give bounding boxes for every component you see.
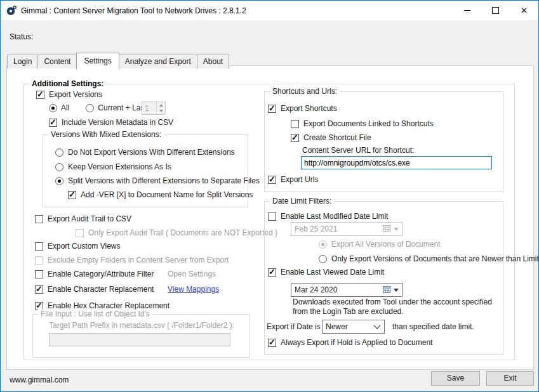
category-attribute-filter-label: Enable Category/Attribute Filter	[48, 270, 154, 278]
than-specified-label: than specified date limit.	[392, 322, 474, 331]
spinner-up-button[interactable]	[157, 102, 165, 108]
date-limit-filters-title: Date Limit Filters:	[270, 197, 334, 206]
close-button[interactable]: ✕	[510, 1, 538, 20]
export-documents-linked-checkbox[interactable]	[291, 120, 299, 128]
tab-settings[interactable]: Settings	[76, 53, 119, 69]
calendar-icon	[383, 286, 391, 294]
save-button[interactable]: Save	[431, 371, 480, 386]
mixed-extensions-title: Versions With Mixed Extensions:	[48, 130, 164, 139]
last-viewed-date-picker[interactable]: Mar 24 2020	[291, 283, 403, 297]
maximize-button[interactable]	[481, 1, 510, 20]
export-shortcuts-label: Export Shortcuts	[281, 104, 337, 113]
export-all-versions-radio	[319, 240, 327, 249]
export-audit-trail-label: Export Audit Trail to CSV	[48, 214, 131, 223]
exclude-empty-folders-label: Exclude Empty Folders in Content Server …	[48, 256, 229, 265]
only-newer-versions-label: Only Export Versions of Documents that a…	[331, 254, 539, 263]
file-input-title: File Input : Use list of Object Id's	[38, 310, 152, 318]
dropdown-arrow-icon	[394, 228, 399, 231]
export-custom-views-label: Export Custom Views	[48, 242, 121, 251]
enable-last-viewed-checkbox[interactable]	[268, 268, 276, 277]
enable-last-viewed-label: Enable Last Viewed Date Limit	[281, 268, 384, 277]
do-not-export-radio[interactable]	[55, 148, 63, 157]
tab-content[interactable]: Content	[37, 55, 77, 69]
content-server-url-label: Content Server URL for Shortcut:	[302, 146, 414, 155]
version-count-value: 1	[142, 102, 156, 114]
always-export-hold-checkbox[interactable]	[268, 339, 276, 347]
gimmal-logo-icon	[6, 5, 17, 16]
status-label: Status:	[10, 32, 33, 41]
downloads-note-line1: Downloads executed from Tool under the a…	[293, 297, 492, 306]
include-version-metadata-checkbox[interactable]	[49, 119, 57, 127]
enable-last-modified-checkbox[interactable]	[268, 212, 276, 221]
open-settings-link: Open Settings	[168, 270, 216, 278]
export-shortcuts-checkbox[interactable]	[268, 105, 276, 113]
minimize-icon	[464, 10, 470, 11]
tab-login[interactable]: Login	[7, 55, 38, 69]
maximize-icon	[492, 7, 499, 14]
split-versions-label: Split Versions with Different Extensions…	[68, 176, 260, 185]
calendar-icon	[383, 225, 391, 233]
only-export-audit-label: Only Export Audit Trail ( Documents are …	[88, 228, 277, 237]
export-versions-label: Export Versions	[49, 90, 102, 99]
split-versions-radio[interactable]	[55, 177, 63, 185]
content-server-url-input[interactable]	[301, 156, 492, 169]
version-count-spinner: 1	[142, 101, 166, 115]
create-shortcut-file-label: Create Shortcut File	[303, 133, 371, 142]
enable-last-modified-label: Enable Last Modified Date Limit	[281, 212, 388, 221]
downloads-note-line2: from the Login Tab are excluded.	[293, 307, 404, 316]
view-mappings-link[interactable]: View Mappings	[168, 285, 219, 294]
shortcuts-and-urls-title: Shortcuts and Urls:	[270, 87, 340, 96]
up-arrow-icon	[159, 104, 163, 107]
add-ver-checkbox[interactable]	[68, 191, 76, 199]
keep-extensions-label: Keep Version Extensions As Is	[68, 162, 171, 171]
add-ver-label: Add -VER [X] to Document Name for Split …	[81, 190, 253, 199]
export-urls-checkbox[interactable]	[268, 176, 276, 184]
spinner-down-button[interactable]	[157, 108, 165, 115]
tab-analyze-and-export[interactable]: Analyze and Export	[119, 55, 197, 69]
always-export-hold-label: Always Export if Hold is Applied to Docu…	[281, 338, 432, 347]
export-all-versions-label: Export All Versions of Document	[331, 240, 440, 249]
dropdown-arrow-icon	[394, 289, 399, 292]
keep-extensions-radio[interactable]	[55, 163, 63, 171]
versions-all-label: All	[61, 103, 69, 112]
website-label: www.gimmal.com	[10, 376, 69, 384]
export-custom-views-checkbox[interactable]	[35, 242, 43, 251]
hex-character-replacement-checkbox[interactable]	[35, 302, 43, 310]
current-plus-last-label: Current + Last	[98, 103, 146, 112]
app-window: Gimmal : Content Server Migration Tool t…	[0, 0, 539, 392]
target-path-prefix-input	[49, 333, 230, 346]
date-comparison-select[interactable]: Newer	[322, 320, 385, 334]
do-not-export-label: Do Not Export Versions With Different Ex…	[68, 148, 235, 157]
target-path-prefix-label: Target Path Prefix in metadata.csv ( /Fo…	[49, 321, 234, 330]
chevron-down-icon	[373, 322, 380, 329]
exit-button[interactable]: Exit	[486, 371, 534, 386]
character-replacement-checkbox[interactable]	[35, 285, 43, 294]
last-modified-date-picker: Feb 25 2021	[291, 222, 403, 236]
close-icon: ✕	[521, 6, 528, 15]
hex-character-replacement-label: Enable Hex Character Replacement	[48, 301, 170, 310]
export-versions-checkbox[interactable]	[36, 91, 44, 99]
last-viewed-date-value: Mar 24 2020	[295, 285, 383, 294]
export-documents-linked-label: Export Documents Linked to Shortcuts	[303, 119, 434, 128]
titlebar: Gimmal : Content Server Migration Tool t…	[1, 1, 538, 20]
export-urls-label: Export Urls	[281, 175, 318, 184]
versions-all-radio[interactable]	[49, 104, 57, 112]
create-shortcut-file-checkbox[interactable]	[291, 134, 299, 142]
tab-about[interactable]: About	[197, 55, 229, 69]
tab-strip: Login Content Settings Analyze and Expor…	[7, 53, 229, 69]
current-plus-last-radio[interactable]	[86, 104, 94, 112]
export-audit-trail-checkbox[interactable]	[35, 215, 43, 223]
status-row: Status:	[10, 31, 33, 42]
additional-settings-title: Additional Settings:	[29, 79, 106, 88]
date-comparison-value: Newer	[326, 322, 348, 331]
character-replacement-label: Enable Character Replacement	[48, 285, 154, 294]
window-title: Gimmal : Content Server Migration Tool t…	[21, 6, 246, 15]
minimize-button[interactable]	[453, 1, 481, 20]
last-modified-date-value: Feb 25 2021	[295, 225, 383, 233]
include-version-metadata-label: Include Version Metadata in CSV	[62, 118, 173, 127]
category-attribute-filter-checkbox[interactable]	[35, 270, 43, 278]
export-if-date-label: Export if Date is	[267, 322, 321, 331]
down-arrow-icon	[159, 110, 163, 112]
exclude-empty-folders-checkbox	[35, 256, 43, 265]
only-newer-versions-radio[interactable]	[319, 255, 327, 263]
